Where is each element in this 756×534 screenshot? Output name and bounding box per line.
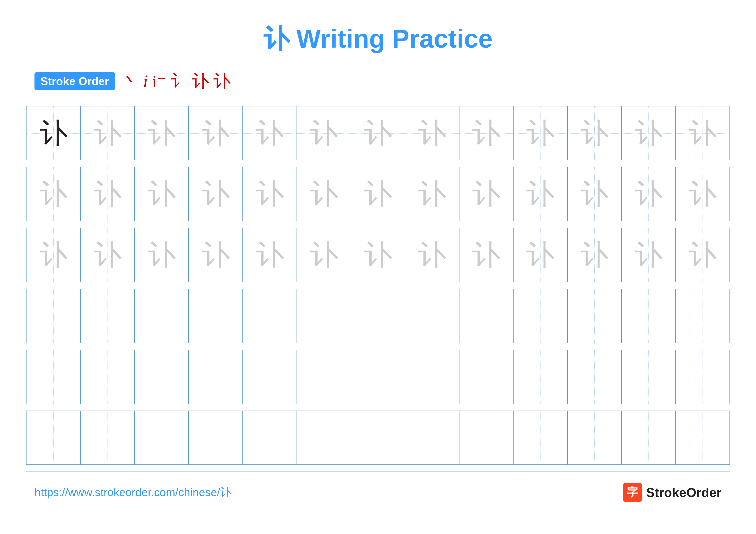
grid-cell[interactable]: 讣: [80, 167, 134, 221]
grid-cell[interactable]: 讣: [26, 228, 80, 282]
grid-cell[interactable]: 讣: [243, 167, 297, 221]
grid-cell[interactable]: 讣: [243, 228, 297, 282]
stroke-order-badge: Stroke Order: [35, 72, 115, 90]
grid-cell[interactable]: [134, 411, 189, 465]
grid-cell[interactable]: [297, 289, 351, 343]
grid-cell[interactable]: [243, 411, 297, 465]
cell-character: 讣: [472, 175, 500, 213]
grid-cell[interactable]: [351, 289, 405, 343]
grid-cell[interactable]: 讣: [189, 106, 243, 160]
cell-character: 讣: [40, 236, 68, 274]
cell-character: 讣: [688, 114, 716, 152]
grid-cell[interactable]: [513, 411, 567, 465]
grid-cell[interactable]: 讣: [351, 228, 405, 282]
grid-cell[interactable]: 讣: [134, 167, 189, 221]
grid-cell[interactable]: [134, 350, 189, 404]
grid-cell[interactable]: 讣: [243, 106, 297, 160]
grid-cell[interactable]: 讣: [459, 228, 513, 282]
grid-cell[interactable]: [513, 350, 567, 404]
grid-cell[interactable]: 讣: [297, 106, 351, 160]
grid-cell[interactable]: [80, 289, 134, 343]
grid-cell[interactable]: [297, 350, 351, 404]
grid-cell[interactable]: 讣: [622, 106, 676, 160]
grid-cell[interactable]: 讣: [134, 106, 189, 160]
grid-cell[interactable]: [459, 289, 513, 343]
grid-cell[interactable]: 讣: [676, 167, 730, 221]
grid-cell[interactable]: 讣: [26, 167, 80, 221]
grid-cell[interactable]: 讣: [26, 106, 80, 160]
grid-cell[interactable]: 讣: [676, 106, 730, 160]
cell-character: 讣: [472, 236, 500, 274]
grid-cell[interactable]: [567, 411, 622, 465]
grid-cell[interactable]: [26, 350, 80, 404]
cell-character: 讣: [526, 236, 554, 274]
cell-character: 讣: [202, 175, 230, 213]
grid-cell[interactable]: [80, 350, 134, 404]
grid-cell[interactable]: 讣: [459, 167, 513, 221]
grid-cell[interactable]: 讣: [351, 167, 405, 221]
grid-cell[interactable]: 讣: [513, 228, 567, 282]
grid-cell[interactable]: [351, 411, 405, 465]
grid-cell[interactable]: [189, 350, 243, 404]
grid-cell[interactable]: 讣: [189, 228, 243, 282]
grid-cell[interactable]: [459, 350, 513, 404]
cell-character: 讣: [526, 114, 554, 152]
cell-character: 讣: [418, 175, 446, 213]
grid-cell[interactable]: 讣: [459, 106, 513, 160]
grid-cell[interactable]: 讣: [80, 106, 134, 160]
grid-cell[interactable]: [189, 289, 243, 343]
grid-cell[interactable]: [243, 350, 297, 404]
grid-cell[interactable]: 讣: [297, 167, 351, 221]
grid-cell[interactable]: [405, 411, 459, 465]
grid-cell[interactable]: [513, 289, 567, 343]
grid-cell[interactable]: 讣: [622, 167, 676, 221]
grid-cell[interactable]: 讣: [513, 167, 567, 221]
grid-cell[interactable]: 讣: [567, 167, 622, 221]
grid-cell[interactable]: [676, 350, 730, 404]
grid-cell[interactable]: [189, 411, 243, 465]
stroke-4: 讠: [170, 69, 187, 93]
footer: https://www.strokeorder.com/chinese/讣 字 …: [26, 483, 730, 502]
grid-cell[interactable]: [405, 289, 459, 343]
grid-cell[interactable]: 讣: [676, 228, 730, 282]
grid-cell[interactable]: [351, 350, 405, 404]
grid-cell[interactable]: 讣: [405, 106, 459, 160]
grid-cell[interactable]: 讣: [134, 228, 189, 282]
grid-cell[interactable]: [134, 289, 189, 343]
grid-cell[interactable]: 讣: [405, 228, 459, 282]
cell-character: 讣: [418, 114, 446, 152]
stroke-order-row: Stroke Order 丶 i i⁻ 讠 讣 讣: [35, 69, 230, 93]
grid-cell[interactable]: [622, 289, 676, 343]
grid-cell[interactable]: 讣: [567, 106, 622, 160]
stroke-2: i: [143, 71, 148, 91]
grid-cell[interactable]: 讣: [80, 228, 134, 282]
cell-character: 讣: [580, 175, 608, 213]
grid-cell[interactable]: [26, 289, 80, 343]
grid-cell[interactable]: [567, 289, 622, 343]
grid-cell[interactable]: [676, 289, 730, 343]
grid-cell[interactable]: [622, 411, 676, 465]
cell-character: 讣: [94, 236, 122, 274]
cell-character: 讣: [310, 175, 338, 213]
grid-cell[interactable]: 讣: [297, 228, 351, 282]
grid-cell[interactable]: [405, 350, 459, 404]
grid-cell[interactable]: 讣: [351, 106, 405, 160]
cell-character: 讣: [148, 236, 176, 274]
grid-cell[interactable]: [243, 289, 297, 343]
cell-character: 讣: [94, 175, 122, 213]
grid-cell[interactable]: [459, 411, 513, 465]
grid-cell[interactable]: [80, 411, 134, 465]
grid-cell[interactable]: [567, 350, 622, 404]
grid-cell[interactable]: 讣: [513, 106, 567, 160]
grid-cell[interactable]: [676, 411, 730, 465]
grid-cell[interactable]: 讣: [405, 167, 459, 221]
grid-cell[interactable]: [622, 350, 676, 404]
stroke-6: 讣: [213, 69, 230, 93]
cell-character: 讣: [148, 114, 176, 152]
grid-cell[interactable]: [297, 411, 351, 465]
grid-cell[interactable]: [26, 411, 80, 465]
grid-cell[interactable]: 讣: [567, 228, 622, 282]
grid-cell[interactable]: 讣: [622, 228, 676, 282]
grid-cell[interactable]: 讣: [189, 167, 243, 221]
cell-character: 讣: [40, 175, 68, 213]
